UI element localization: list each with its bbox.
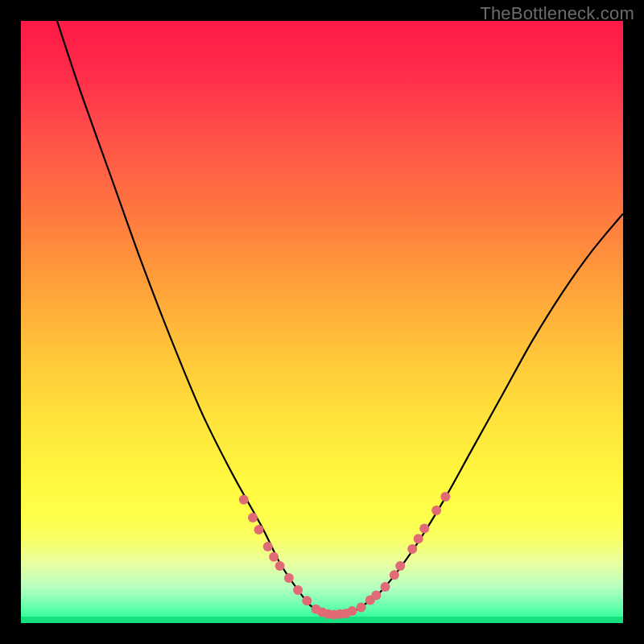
chart-plot-area: [21, 21, 623, 623]
data-marker: [371, 591, 381, 601]
chart-frame: TheBottleneck.com: [0, 0, 644, 644]
data-marker: [269, 552, 279, 562]
data-marker: [381, 582, 390, 592]
data-marker: [302, 596, 312, 605]
data-marker: [239, 495, 249, 505]
watermark-text: TheBottleneck.com: [480, 3, 634, 24]
data-marker: [263, 542, 273, 551]
data-marker: [347, 606, 357, 616]
data-markers: [239, 492, 451, 620]
data-marker: [254, 525, 264, 535]
data-marker: [414, 534, 423, 543]
data-marker: [293, 585, 303, 595]
data-marker: [284, 573, 294, 583]
data-marker: [431, 506, 441, 515]
data-marker: [395, 561, 405, 571]
data-marker: [440, 492, 450, 502]
data-marker: [248, 513, 258, 522]
chart-svg: [21, 21, 623, 623]
bottleneck-curve: [57, 21, 623, 615]
data-marker: [419, 524, 429, 534]
data-marker: [275, 561, 285, 571]
data-marker: [407, 544, 417, 554]
data-marker: [390, 570, 399, 580]
data-marker: [357, 603, 366, 613]
